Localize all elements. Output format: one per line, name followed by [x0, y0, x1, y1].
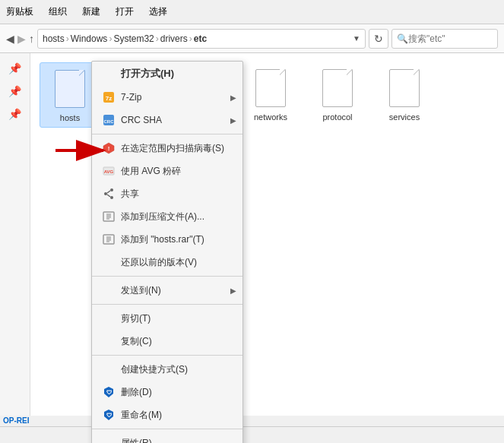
cut-icon — [101, 311, 116, 326]
search-box: 🔍 — [391, 29, 498, 49]
svg-text:!: ! — [108, 145, 110, 152]
ctx-open-with-label: 打开方式(H) — [121, 67, 174, 81]
ctx-restore[interactable]: 还原以前的版本(V) — [92, 251, 242, 274]
nav-forward-button[interactable]: ▶ — [17, 33, 26, 45]
nav-back-button[interactable]: ◀ — [6, 33, 14, 45]
search-icon: 🔍 — [397, 33, 408, 44]
rename-shield-icon: 🛡 — [101, 407, 116, 422]
svg-text:🛡: 🛡 — [106, 390, 112, 395]
file-label-networks: networks — [254, 112, 287, 122]
menu-new[interactable]: 新建 — [82, 5, 100, 18]
ctx-add-zip[interactable]: 添加到压缩文件(A)... — [92, 205, 242, 228]
share-icon — [101, 186, 116, 201]
ctx-share[interactable]: 共享 — [92, 182, 242, 205]
ctx-create-shortcut[interactable]: 创建快捷方式(S) — [92, 358, 242, 381]
delete-shield-icon: 🛡 — [101, 384, 116, 400]
ctx-sep-1 — [92, 134, 242, 134]
main-area: 📌 📌 📌 hosts — [0, 53, 504, 416]
svg-text:CRC: CRC — [104, 119, 115, 124]
sidebar-pin-3[interactable]: 📌 — [6, 105, 24, 123]
properties-icon — [101, 435, 116, 443]
file-item-networks[interactable]: networks — [240, 62, 301, 128]
ctx-scan-virus[interactable]: ! 在选定范围内扫描病毒(S) — [92, 137, 242, 160]
ctx-crcsha[interactable]: CRC CRC SHA ▶ — [92, 109, 242, 131]
bottom-left-text: OP-REI — [3, 416, 29, 425]
send-to-arrow: ▶ — [230, 286, 236, 295]
crcsha-arrow: ▶ — [230, 116, 236, 125]
path-windows[interactable]: Windows — [71, 33, 108, 44]
file-list: hosts hosts.ics — [30, 53, 504, 416]
avg-icon: AVG — [101, 163, 116, 179]
ctx-add-rar[interactable]: 添加到 "hosts.rar"(T) — [92, 228, 242, 251]
ctx-add-zip-label: 添加到压缩文件(A)... — [121, 210, 204, 223]
file-icon-services — [386, 67, 423, 109]
address-path[interactable]: hosts › Windows › System32 › drivers › e… — [37, 29, 366, 49]
title-bar-text: 剪贴板 组织 新建 打开 选择 — [6, 5, 167, 18]
file-icon-fold-inner-networks — [280, 69, 285, 74]
ctx-crcsha-label: CRC SHA — [121, 115, 162, 125]
ctx-send-to-label: 发送到(N) — [121, 284, 161, 297]
nav-up-button[interactable]: ↑ — [29, 33, 34, 45]
sidebar-pin-1[interactable]: 📌 — [6, 59, 24, 78]
svg-text:AVG: AVG — [104, 169, 114, 174]
open-with-icon — [101, 66, 116, 81]
path-drivers[interactable]: drivers — [160, 33, 188, 44]
svg-point-10 — [104, 192, 107, 195]
ctx-sep-4 — [92, 355, 242, 356]
refresh-button[interactable]: ↻ — [369, 29, 388, 49]
ctx-delete-label: 删除(D) — [121, 386, 152, 399]
7zip-icon: 7z — [101, 90, 116, 105]
ctx-rename-label: 重命名(M) — [121, 409, 162, 422]
menu-select[interactable]: 选择 — [149, 5, 167, 18]
ctx-avg-label: 使用 AVG 粉碎 — [121, 165, 181, 178]
create-shortcut-icon — [101, 362, 116, 377]
menu-open[interactable]: 打开 — [116, 5, 134, 18]
ctx-cut[interactable]: 剪切(T) — [92, 307, 242, 330]
search-input[interactable] — [408, 33, 493, 44]
ctx-7zip[interactable]: 7z 7-Zip ▶ — [92, 86, 242, 109]
path-sep-2: › — [109, 33, 112, 44]
path-system32[interactable]: System32 — [113, 33, 154, 44]
file-label-services: services — [389, 112, 420, 122]
title-bar: 剪贴板 组织 新建 打开 选择 — [0, 0, 504, 24]
svg-text:7z: 7z — [106, 95, 112, 102]
file-icon-fold-inner-hosts — [79, 70, 84, 75]
svg-rect-19 — [103, 235, 114, 244]
menu-organize[interactable]: 组织 — [49, 5, 67, 18]
ctx-copy[interactable]: 复制(C) — [92, 330, 242, 353]
ctx-sep-2 — [92, 276, 242, 277]
ctx-restore-label: 还原以前的版本(V) — [121, 256, 197, 269]
ctx-sep-5 — [92, 429, 242, 429]
svg-point-9 — [110, 188, 113, 191]
ctx-rename[interactable]: 🛡 重命名(M) — [92, 403, 242, 426]
file-label-hosts: hosts — [60, 113, 80, 122]
ctx-copy-label: 复制(C) — [121, 335, 152, 348]
ctx-avg[interactable]: AVG 使用 AVG 粉碎 — [92, 160, 242, 182]
svg-rect-14 — [103, 212, 114, 221]
address-bar: ◀ ▶ ↑ hosts › Windows › System32 › drive… — [0, 24, 504, 53]
file-item-protocol[interactable]: protocol — [307, 62, 368, 128]
file-label-protocol: protocol — [322, 112, 352, 122]
ctx-delete[interactable]: 🛡 删除(D) — [92, 381, 242, 403]
path-etc[interactable]: etc — [194, 33, 207, 44]
ctx-send-to[interactable]: 发送到(N) ▶ — [92, 279, 242, 302]
ctx-properties-label: 属性(R) — [121, 437, 152, 444]
sidebar-pin-2[interactable]: 📌 — [6, 82, 24, 100]
svg-line-12 — [107, 191, 110, 193]
file-item-services[interactable]: services — [374, 62, 435, 128]
svg-text:🛡: 🛡 — [106, 413, 112, 418]
path-sep-1: › — [66, 33, 69, 44]
ctx-properties[interactable]: 属性(R) — [92, 432, 242, 443]
sidebar: 📌 📌 📌 — [0, 53, 30, 416]
path-c[interactable]: hosts — [43, 33, 65, 44]
context-menu: 打开方式(H) 7z 7-Zip ▶ CRC — [91, 61, 243, 443]
ctx-open-with[interactable]: 打开方式(H) — [92, 62, 242, 86]
menu-jiantieban: 剪贴板 — [6, 5, 33, 18]
send-to-icon — [101, 283, 116, 298]
ctx-sep-3 — [92, 304, 242, 305]
ctx-add-rar-label: 添加到 "hosts.rar"(T) — [121, 233, 204, 246]
ctx-create-shortcut-label: 创建快捷方式(S) — [121, 363, 188, 376]
7zip-arrow: ▶ — [230, 93, 236, 102]
path-dropdown-icon[interactable]: ▼ — [353, 34, 360, 43]
scan-virus-icon: ! — [101, 141, 116, 156]
